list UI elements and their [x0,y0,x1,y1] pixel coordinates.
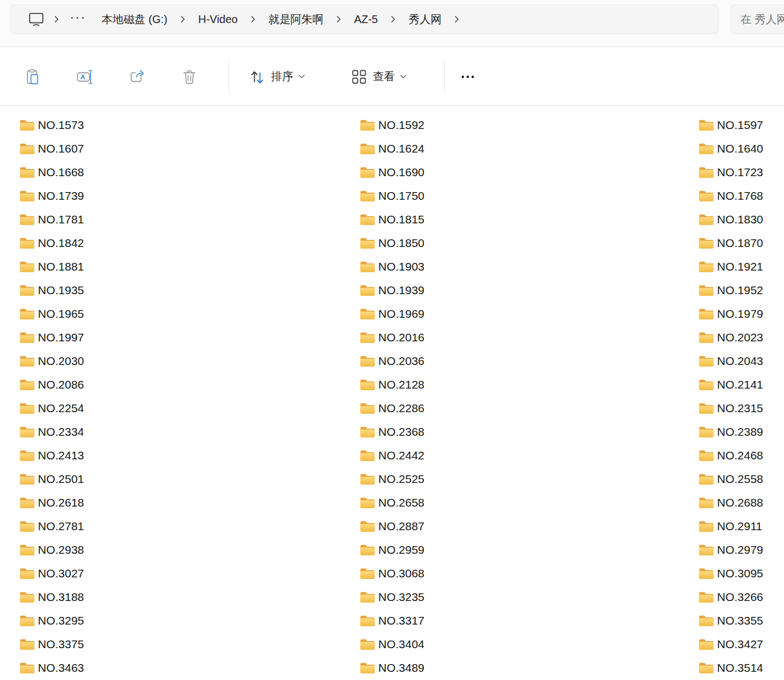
breadcrumb-item[interactable]: 就是阿朱啊 [260,8,332,31]
folder-item[interactable]: NO.2938 [19,538,89,561]
folder-item[interactable]: NO.2315 [698,396,769,420]
folder-item[interactable]: NO.1979 [698,302,769,325]
folder-item[interactable]: NO.1781 [19,207,89,231]
folder-item[interactable]: NO.1690 [360,160,430,184]
folder-item[interactable]: NO.1739 [19,184,89,207]
paste-icon [24,68,42,86]
folder-item[interactable]: NO.2254 [19,396,89,420]
chevron-right-icon[interactable] [247,15,260,24]
folder-item[interactable]: NO.1607 [19,137,89,160]
search-input[interactable] [741,13,784,26]
folder-item[interactable]: NO.2658 [360,491,430,514]
folder-item[interactable]: NO.3095 [698,561,769,585]
folder-item[interactable]: NO.1768 [698,184,769,207]
folder-item[interactable]: NO.1939 [360,278,430,302]
folder-item[interactable]: NO.1903 [360,255,430,278]
folder-item[interactable]: NO.1870 [698,231,769,255]
folder-item[interactable]: NO.1624 [360,137,430,160]
folder-icon [360,425,376,439]
folder-item[interactable]: NO.2911 [698,514,768,538]
folder-item[interactable]: NO.2036 [360,349,430,373]
folder-item[interactable]: NO.3266 [698,585,769,609]
folder-item[interactable]: NO.2086 [19,373,89,396]
folder-item[interactable]: NO.3514 [698,656,769,679]
folder-item[interactable]: NO.2043 [698,349,769,373]
folder-item[interactable]: NO.2334 [19,420,89,443]
folder-item[interactable]: NO.2887 [360,514,430,538]
more-options-button[interactable] [455,64,481,90]
breadcrumb-item[interactable]: H-Video [189,9,247,30]
sort-button[interactable]: 排序 [243,64,311,90]
folder-item[interactable]: NO.1723 [698,160,769,184]
folder-item[interactable]: NO.2501 [19,467,89,491]
folder-item[interactable]: NO.1640 [698,137,769,160]
chevron-right-icon[interactable] [50,15,63,24]
folder-item[interactable]: NO.3317 [360,609,430,632]
search-box[interactable] [730,4,784,34]
folder-item[interactable]: NO.2413 [19,443,89,467]
folder-item[interactable]: NO.3355 [698,609,769,632]
folder-item[interactable]: NO.1935 [19,278,89,302]
folder-name: NO.1965 [38,307,84,321]
folder-icon [19,260,35,273]
chevron-right-icon[interactable] [387,15,400,24]
breadcrumb-item[interactable]: 秀人网 [400,8,450,31]
folder-item[interactable]: NO.1842 [19,231,89,255]
folder-item[interactable]: NO.2286 [360,396,430,420]
folder-item[interactable]: NO.1592 [360,113,430,137]
folder-item[interactable]: NO.2030 [19,349,89,373]
paste-button[interactable] [20,64,46,90]
address-bar[interactable]: ··· 本地磁盘 (G:)H-Video就是阿朱啊AZ-5秀人网 [10,4,719,34]
folder-item[interactable]: NO.1830 [698,207,769,231]
breadcrumb-item[interactable]: 本地磁盘 (G:) [93,8,176,31]
folder-icon [698,543,714,557]
folder-item[interactable]: NO.2016 [360,325,430,349]
folder-item[interactable]: NO.2442 [360,443,430,467]
folder-item[interactable]: NO.1969 [360,302,430,325]
folder-item[interactable]: NO.2389 [698,420,769,443]
folder-item[interactable]: NO.2141 [698,373,769,396]
folder-item[interactable]: NO.3404 [360,632,430,656]
folder-item[interactable]: NO.2525 [360,467,430,491]
rename-button[interactable] [72,64,98,90]
folder-item[interactable]: NO.3489 [360,656,430,679]
delete-button[interactable] [176,64,203,90]
folder-item[interactable]: NO.3235 [360,585,430,609]
folder-item[interactable]: NO.2959 [360,538,430,561]
folder-item[interactable]: NO.1881 [19,255,89,278]
folder-item[interactable]: NO.2023 [698,325,769,349]
folder-item[interactable]: NO.3463 [19,656,89,679]
folder-item[interactable]: NO.3027 [19,561,89,585]
folder-item[interactable]: NO.1573 [19,113,89,137]
this-pc-breadcrumb[interactable] [23,8,50,31]
view-button[interactable]: 查看 [345,64,412,90]
folder-item[interactable]: NO.3068 [360,561,430,585]
breadcrumb-item[interactable]: AZ-5 [345,9,387,30]
chevron-right-icon[interactable] [176,15,189,24]
breadcrumb-overflow[interactable]: ··· [63,9,93,29]
folder-item[interactable]: NO.1997 [19,325,89,349]
folder-item[interactable]: NO.1815 [360,207,430,231]
folder-item[interactable]: NO.3295 [19,609,89,632]
folder-item[interactable]: NO.1597 [698,113,769,137]
chevron-right-icon[interactable] [332,15,345,24]
folder-item[interactable]: NO.3375 [19,632,89,656]
folder-item[interactable]: NO.1750 [360,184,430,207]
share-button[interactable] [124,64,150,90]
folder-item[interactable]: NO.3427 [698,632,769,656]
folder-item[interactable]: NO.1850 [360,231,430,255]
folder-item[interactable]: NO.2781 [19,514,89,538]
folder-item[interactable]: NO.3188 [19,585,89,609]
chevron-right-icon[interactable] [450,15,463,24]
folder-item[interactable]: NO.1952 [698,278,769,302]
folder-item[interactable]: NO.1965 [19,302,89,325]
folder-item[interactable]: NO.2979 [698,538,769,561]
folder-item[interactable]: NO.2558 [698,467,769,491]
folder-item[interactable]: NO.2618 [19,491,89,514]
folder-item[interactable]: NO.2128 [360,373,430,396]
folder-item[interactable]: NO.2688 [698,491,769,514]
folder-item[interactable]: NO.1921 [698,255,769,278]
folder-item[interactable]: NO.1668 [19,160,89,184]
folder-item[interactable]: NO.2368 [360,420,430,443]
folder-item[interactable]: NO.2468 [698,443,769,467]
